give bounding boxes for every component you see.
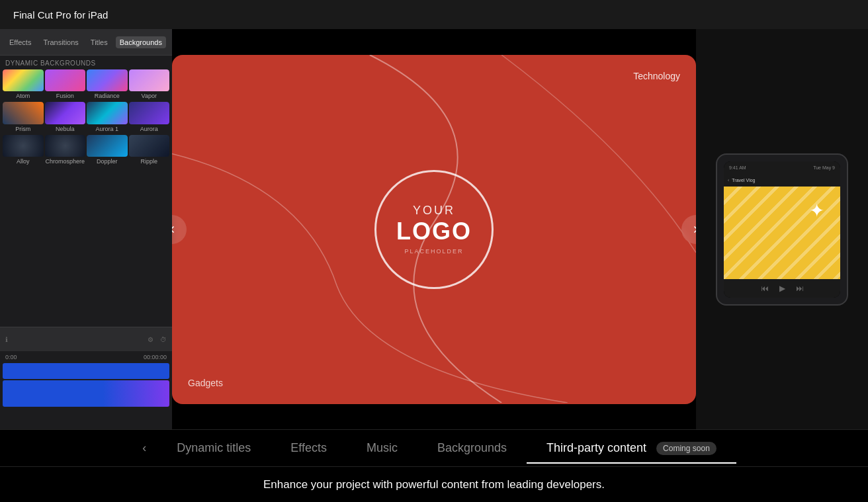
- ipad-content: ✦: [724, 187, 840, 279]
- ipad-forward-icon[interactable]: ⏭: [796, 284, 804, 293]
- ipad-frame: 9:41 AM Tue May 9 ‹ Travel Vlog ✦: [716, 153, 848, 306]
- list-item[interactable]: Radiance: [87, 69, 128, 101]
- ipad-rewind-icon[interactable]: ⏮: [761, 284, 769, 293]
- list-item[interactable]: Chromosphere: [45, 135, 86, 166]
- fcp-tab-effects[interactable]: Effects: [5, 36, 35, 48]
- ipad-play-icon[interactable]: ▶: [779, 284, 785, 293]
- fcp-toolbar: Effects Transitions Titles Backgrounds O…: [0, 29, 172, 56]
- app-title: Final Cut Pro for iPad: [13, 9, 108, 21]
- ipad-time: 9:41 AM: [729, 165, 746, 170]
- ipad-screen: 9:41 AM Tue May 9 ‹ Travel Vlog ✦: [724, 161, 840, 298]
- list-item[interactable]: Alloy: [3, 135, 44, 166]
- list-item[interactable]: Fusion: [45, 69, 86, 101]
- tab-dynamic-titles[interactable]: Dynamic titles: [157, 433, 271, 463]
- ipad-top-bar: 9:41 AM Tue May 9: [724, 161, 840, 175]
- fcp-timeline: ℹ ⚙ ⏱ 0:0000:00:00: [0, 327, 172, 429]
- card-tag: Technology: [633, 71, 680, 81]
- fcp-tab-titles[interactable]: Titles: [87, 36, 112, 48]
- coming-soon-badge: Coming soon: [656, 442, 716, 455]
- fcp-tab-transitions[interactable]: Transitions: [39, 36, 82, 48]
- tab-effects[interactable]: Effects: [271, 433, 347, 463]
- card-gadgets-label: Gadgets: [188, 378, 223, 388]
- list-item[interactable]: Ripple: [129, 135, 170, 166]
- list-item[interactable]: Vapor: [129, 69, 170, 101]
- list-item[interactable]: Aurora 1: [87, 102, 128, 133]
- logo-placeholder-text: PLACEHOLDER: [404, 248, 463, 255]
- main-area: Effects Transitions Titles Backgrounds O…: [0, 29, 868, 502]
- carousel-prev-button[interactable]: [172, 215, 187, 244]
- fcp-section-label: DYNAMIC BACKGROUNDS: [0, 56, 172, 69]
- list-item[interactable]: Prism: [3, 102, 44, 133]
- fcp-tab-backgrounds[interactable]: Backgrounds: [116, 36, 166, 48]
- left-panel: Effects Transitions Titles Backgrounds O…: [0, 29, 172, 429]
- center-card: Technology Gadgets YOUR LOGO PLACEHOLDER: [172, 29, 696, 429]
- list-item[interactable]: Doppler: [87, 135, 128, 166]
- logo-your-text: YOUR: [413, 204, 455, 218]
- ipad-star-icon: ✦: [809, 200, 824, 222]
- tabs-nav: ‹ Dynamic titles Effects Music Backgroun…: [0, 430, 868, 467]
- ipad-playback-controls: ⏮ ▶ ⏭: [724, 279, 840, 298]
- logo-logo-text: LOGO: [396, 218, 472, 245]
- tabs-scroll-left[interactable]: ‹: [132, 433, 157, 463]
- carousel-next-button[interactable]: [681, 215, 696, 244]
- logo-circle: YOUR LOGO PLACEHOLDER: [374, 170, 494, 289]
- ipad-date: Tue May 9: [813, 165, 835, 170]
- right-panel: 9:41 AM Tue May 9 ‹ Travel Vlog ✦: [696, 29, 868, 429]
- top-bar: Final Cut Pro for iPad: [0, 0, 868, 29]
- ipad-nav-label: Travel Vlog: [732, 178, 755, 183]
- chevron-right-icon: [691, 224, 696, 235]
- list-item[interactable]: Nebula: [45, 102, 86, 133]
- list-item[interactable]: Atom: [3, 69, 44, 101]
- ipad-nav-bar: ‹ Travel Vlog: [724, 175, 840, 187]
- tab-third-party-content[interactable]: Third-party content Coming soon: [527, 433, 736, 463]
- tab-backgrounds[interactable]: Backgrounds: [417, 433, 527, 463]
- feature-card: Technology Gadgets YOUR LOGO PLACEHOLDER: [172, 55, 696, 404]
- timeline-toolbar: ℹ ⚙ ⏱: [0, 327, 172, 351]
- tab-music[interactable]: Music: [347, 433, 417, 463]
- list-item[interactable]: Aurora: [129, 102, 170, 133]
- chevron-left-icon: [172, 224, 177, 235]
- carousel-section: Effects Transitions Titles Backgrounds O…: [0, 29, 868, 429]
- fcp-grid: Atom Fusion Radiance Vapor: [0, 69, 172, 166]
- tabs-description: Enhance your project with powerful conte…: [250, 467, 618, 503]
- tabs-section: ‹ Dynamic titles Effects Music Backgroun…: [0, 429, 868, 502]
- ipad-mockup: 9:41 AM Tue May 9 ‹ Travel Vlog ✦: [716, 153, 848, 306]
